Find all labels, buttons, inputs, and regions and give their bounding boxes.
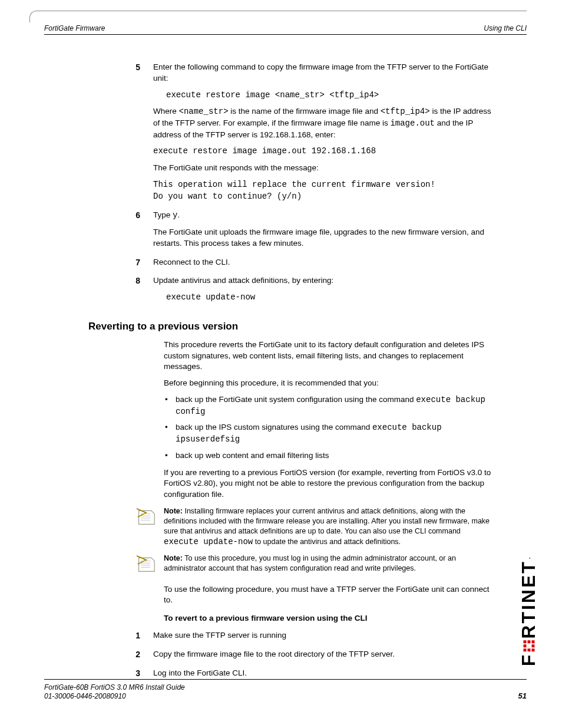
bullet-text: back up the IPS custom signatures using … xyxy=(176,422,494,445)
t: back up the FortiGate unit system config… xyxy=(176,395,416,404)
step-after: The FortiGate unit uploads the firmware … xyxy=(153,227,494,249)
section-body-cont: To use the following procedure, you must… xyxy=(164,584,494,625)
message-line: Do you want to continue? (y/n) xyxy=(153,191,494,203)
step-text: Enter the following command to copy the … xyxy=(153,62,494,84)
bullet-icon: • xyxy=(164,394,176,417)
step-body: Type y. The FortiGate unit uploads the f… xyxy=(153,210,494,254)
bullet-text: back up web content and email filtering … xyxy=(176,450,494,462)
para: If you are reverting to a previous Forti… xyxy=(164,467,494,501)
content-area: 5 Enter the following command to copy th… xyxy=(44,62,494,687)
footer-left: FortiGate-60B FortiOS 3.0 MR6 Install Gu… xyxy=(44,683,185,701)
bullet-item: • back up web content and email filterin… xyxy=(164,450,494,462)
step-number: 1 xyxy=(130,630,153,647)
bullet-item: • back up the IPS custom signatures usin… xyxy=(164,422,494,445)
header-left: FortiGate Firmware xyxy=(44,24,105,34)
code: image.out xyxy=(390,118,435,128)
footer-title: FortiGate-60B FortiOS 3.0 MR6 Install Gu… xyxy=(44,683,185,693)
step-number: 2 xyxy=(130,649,153,666)
step-body: Update antivirus and attack definitions,… xyxy=(153,275,494,308)
step-text: Log into the FortiGate CLI. xyxy=(153,668,494,679)
t: Where xyxy=(153,107,179,116)
procedure-heading: To revert to a previous firmware version… xyxy=(164,613,494,624)
code: <name_str> xyxy=(179,107,229,116)
header-right: Using the CLI xyxy=(484,24,527,34)
where-text: Where <name_str> is the name of the firm… xyxy=(153,106,494,140)
code: execute update-now xyxy=(164,537,253,546)
bullet-text: back up the FortiGate unit system config… xyxy=(176,394,494,417)
note-text: Note: To use this procedure, you must lo… xyxy=(164,554,494,577)
step-6: 6 Type y. The FortiGate unit uploads the… xyxy=(44,210,494,254)
t: To use this procedure, you must log in u… xyxy=(164,554,456,572)
fortinet-logo: FRTINET. xyxy=(516,555,543,666)
step-5: 5 Enter the following command to copy th… xyxy=(44,62,494,207)
para: Before beginning this procedure, it is r… xyxy=(164,378,494,389)
step-text: Type y. xyxy=(153,210,494,222)
para: To use the following procedure, you must… xyxy=(164,584,494,607)
header-top-rule xyxy=(41,11,527,11)
bullet-item: • back up the FortiGate unit system conf… xyxy=(164,394,494,417)
note-icon xyxy=(135,554,164,577)
command: execute restore image <name_str> <tftp_i… xyxy=(166,90,494,101)
t: . xyxy=(177,210,180,219)
note-text: Note: Installing firmware replaces your … xyxy=(164,506,494,548)
t: Type xyxy=(153,210,173,219)
para: This procedure reverts the FortiGate uni… xyxy=(164,340,494,373)
step-text: Reconnect to the CLI. xyxy=(153,257,494,268)
step-text: Make sure the TFTP server is running xyxy=(153,630,494,641)
section-body: This procedure reverts the FortiGate uni… xyxy=(164,340,494,501)
bullet-icon: • xyxy=(164,450,176,462)
note-block: Note: Installing firmware replaces your … xyxy=(135,506,494,548)
page: FortiGate Firmware Using the CLI 5 Enter… xyxy=(0,0,562,728)
proc-step-2: 2 Copy the firmware image file to the ro… xyxy=(44,649,494,666)
step-number: 7 xyxy=(130,257,153,274)
step-number: 6 xyxy=(130,210,153,254)
code: <tftp_ip4> xyxy=(381,107,430,116)
section-heading: Reverting to a previous version xyxy=(88,319,494,334)
step-text: Update antivirus and attack definitions,… xyxy=(153,275,494,286)
t: back up the IPS custom signatures using … xyxy=(176,423,372,431)
note-label: Note: xyxy=(164,507,183,515)
responds-text: The FortiGate unit responds with the mes… xyxy=(153,163,494,174)
step-7: 7 Reconnect to the CLI. xyxy=(44,257,494,274)
proc-step-1: 1 Make sure the TFTP server is running xyxy=(44,630,494,647)
bullet-icon: • xyxy=(164,422,176,445)
step-body: Enter the following command to copy the … xyxy=(153,62,494,207)
header-rule xyxy=(44,34,527,35)
step-text: Copy the firmware image file to the root… xyxy=(153,649,494,660)
command: execute restore image image.out 192.168.… xyxy=(153,146,494,157)
message-line: This operation will replace the current … xyxy=(153,179,494,191)
t: Installing firmware replaces your curren… xyxy=(164,507,490,535)
command: execute update-now xyxy=(166,292,494,304)
note-icon xyxy=(135,506,164,548)
logo-dots-icon xyxy=(523,640,535,653)
t: is the name of the firmware image file a… xyxy=(229,107,381,116)
footer-doc-id: 01-30006-0446-20080910 xyxy=(44,692,185,701)
footer: FortiGate-60B FortiOS 3.0 MR6 Install Gu… xyxy=(44,679,527,701)
page-number: 51 xyxy=(518,691,527,701)
t: to update the antivirus and attack defin… xyxy=(253,538,401,546)
step-number: 8 xyxy=(130,275,153,308)
note-label: Note: xyxy=(164,554,183,562)
step-8: 8 Update antivirus and attack definition… xyxy=(44,275,494,308)
note-block: Note: To use this procedure, you must lo… xyxy=(135,554,494,577)
step-number: 5 xyxy=(130,62,153,207)
corner-decoration xyxy=(29,11,41,22)
